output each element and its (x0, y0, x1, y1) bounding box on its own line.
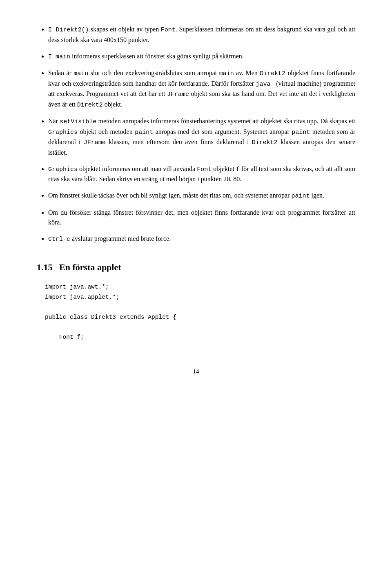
setvisible-code: setVisible (60, 118, 96, 125)
main-code-1: main (74, 70, 88, 77)
code-line-5 (45, 322, 355, 333)
paint-code-3: paint (291, 193, 310, 200)
section-number: 1.15 (37, 262, 53, 272)
jframe-code-2: JFrame (84, 139, 106, 146)
code-line-1: import java.awt.*; (45, 282, 355, 292)
code-line-4: public class Direkt3 extends Applet { (45, 312, 355, 322)
code-line-6: Font f; (45, 332, 355, 342)
page-content: I Direkt2() skapas ett objekt av typen F… (37, 24, 355, 376)
font-code-1: Font (161, 27, 176, 33)
imain-code: I main (48, 53, 70, 60)
code-block: import java.awt.*; import java.applet.*;… (37, 282, 355, 342)
bullet-2-text: I main informeras superklassen att fönst… (48, 53, 244, 60)
list-item-2: I main informeras superklassen att fönst… (48, 51, 355, 62)
paint-code-1: paint (135, 129, 153, 136)
bullet-5-text: Graphics objektet informeras om att man … (48, 165, 355, 183)
direkt2-code-2: Direkt2 (260, 70, 285, 77)
list-item-8: Ctrl-c avslutar programmet med brute for… (48, 234, 355, 244)
jframe-code-1: JFrame (167, 91, 189, 98)
code-line-3 (45, 302, 355, 312)
bullet-list: I Direkt2() skapas ett objekt av typen F… (37, 24, 355, 244)
list-item-7: Om du försöker stänga fönstret försvinne… (48, 208, 355, 227)
java-code: java- (256, 81, 274, 88)
list-item-6: Om fönstret skulle täckas över och bli s… (48, 191, 355, 201)
bullet-1-text: I Direkt2() skapas ett objekt av typen F… (48, 26, 355, 43)
bullet-4-text: När setVisible metoden anropades informe… (48, 118, 355, 156)
bullet-8-text: Ctrl-c avslutar programmet med brute for… (48, 235, 171, 242)
bullet-6-text: Om fönstret skulle täckas över och bli s… (48, 192, 324, 199)
section-heading: 1.15 En första applet (37, 260, 355, 274)
graphics-code-1: Graphics (48, 129, 78, 136)
bullet-3-text: Sedan är main slut och den exekveringstr… (48, 69, 355, 108)
code-line-2: import java.applet.*; (45, 292, 355, 302)
direkt2-code: I Direkt2() (48, 27, 89, 33)
font-code-2: Font (197, 166, 212, 173)
list-item-1: I Direkt2() skapas ett objekt av typen F… (48, 24, 355, 45)
main-code-2: main (219, 70, 234, 77)
graphics-code-2: Graphics (48, 166, 78, 173)
direkt2-code-4: Direkt2 (252, 139, 278, 146)
ctrlc-code: Ctrl-c (48, 236, 70, 243)
bullet-7-text: Om du försöker stänga fönstret försvinne… (48, 209, 355, 226)
list-item-5: Graphics objektet informeras om att man … (48, 164, 355, 184)
paint-code-2: paint (292, 129, 310, 136)
list-item-4: När setVisible metoden anropades informe… (48, 116, 355, 158)
f-code: f (236, 166, 240, 173)
direkt2-code-3: Direkt2 (77, 102, 103, 109)
section-title-text: En första applet (59, 262, 121, 272)
page-number: 14 (37, 367, 355, 376)
list-item-3: Sedan är main slut och den exekveringstr… (48, 68, 355, 110)
